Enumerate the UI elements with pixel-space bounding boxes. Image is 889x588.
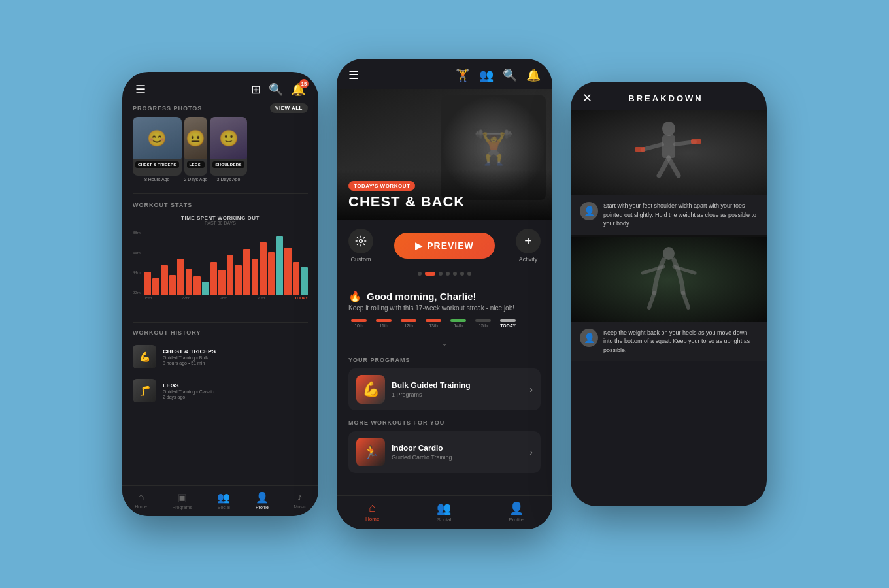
chart-x-labels: 15th 22nd 28th 30th TODAY bbox=[144, 295, 308, 301]
scene: ☰ ⊞ 🔍 🔔 15 PROGRESS PHOTOS VIEW ALL 😊 CH… bbox=[122, 59, 767, 529]
x-label-28th: 28th bbox=[220, 296, 228, 300]
photo-time-3: 3 Days Ago bbox=[210, 176, 246, 183]
custom-action[interactable]: Custom bbox=[348, 229, 373, 263]
nav-profile[interactable]: 👤 Profile bbox=[256, 491, 269, 510]
notification-icon[interactable]: 🔔 15 bbox=[291, 82, 305, 97]
view-all-button[interactable]: VIEW ALL bbox=[270, 103, 308, 113]
p2-social-icon: 👥 bbox=[437, 501, 451, 515]
activity-label: Activity bbox=[519, 256, 538, 263]
streak-label-10th: 10th bbox=[354, 323, 363, 328]
svg-point-1 bbox=[662, 122, 675, 136]
photo-card-2[interactable]: 😐 LEGS 2 Days Ago bbox=[184, 117, 208, 183]
history-info-1: CHEST & TRICEPS Guided Training • Bulk 8… bbox=[163, 348, 308, 365]
nav-home[interactable]: ⌂ Home bbox=[135, 491, 147, 510]
p2-people-icon[interactable]: 👥 bbox=[479, 68, 494, 82]
chart-bars bbox=[144, 229, 308, 295]
photo-card-1[interactable]: 😊 CHEST & TRICEPS 8 Hours Ago bbox=[133, 117, 182, 183]
breakdown-figure-1 bbox=[571, 110, 767, 195]
play-icon: ▶ bbox=[415, 240, 423, 251]
p2-menu-icon[interactable]: ☰ bbox=[348, 68, 359, 82]
svg-point-0 bbox=[360, 240, 363, 243]
nav-music[interactable]: ♪ Music bbox=[294, 491, 305, 510]
workout-history-section: WORKOUT HISTORY 💪 CHEST & TRICEPS Guided… bbox=[122, 325, 318, 412]
dot-2[interactable] bbox=[425, 272, 435, 276]
p2-barbell-icon[interactable]: 🏋 bbox=[456, 68, 470, 82]
p2-home-label: Home bbox=[365, 516, 379, 522]
more-title: MORE WORKOUTS FOR YOU bbox=[348, 419, 541, 426]
plus-icon: + bbox=[524, 234, 532, 249]
chevron-down[interactable]: ⌄ bbox=[337, 336, 552, 353]
progress-photos-header: PROGRESS PHOTOS VIEW ALL bbox=[122, 103, 318, 117]
menu-icon[interactable]: ☰ bbox=[135, 82, 146, 97]
dot-3[interactable] bbox=[439, 272, 443, 276]
more-info: Indoor Cardio Guided Cardio Training bbox=[392, 444, 523, 461]
p2-profile-label: Profile bbox=[509, 517, 524, 523]
p2-nav-profile[interactable]: 👤 Profile bbox=[509, 501, 524, 523]
greeting-section: 🔥 Good morning, Charlie! Keep it rolling… bbox=[337, 284, 552, 336]
y-label-88: 88m bbox=[133, 231, 141, 235]
breakdown-desc-1: Start with your feet shoulder width apar… bbox=[603, 202, 758, 229]
history-item-1[interactable]: 💪 CHEST & TRICEPS Guided Training • Bulk… bbox=[122, 340, 318, 374]
chart-area: TIME SPENT WORKING OUT PAST 30 DAYS 88m … bbox=[122, 212, 318, 317]
p2-search-icon[interactable]: 🔍 bbox=[503, 68, 517, 82]
svg-line-10 bbox=[649, 293, 654, 308]
streak-14th: 14th bbox=[448, 319, 469, 328]
history-item-2[interactable]: 🦵 LEGS Guided Training • Classic 2 days … bbox=[122, 374, 318, 408]
p2-nav-home[interactable]: ⌂ Home bbox=[365, 501, 379, 523]
streak-12th: 12th bbox=[398, 319, 419, 328]
close-button[interactable]: ✕ bbox=[582, 91, 592, 105]
p2-nav-social[interactable]: 👥 Social bbox=[437, 501, 451, 523]
streak-bar-13th bbox=[426, 319, 441, 322]
y-label-66: 66m bbox=[133, 251, 141, 255]
programs-icon: ▣ bbox=[177, 491, 187, 504]
dot-5[interactable] bbox=[453, 272, 457, 276]
more-card[interactable]: 🏃 Indoor Cardio Guided Cardio Training › bbox=[348, 431, 541, 473]
dot-6[interactable] bbox=[460, 272, 464, 276]
more-sub: Guided Cardio Training bbox=[392, 454, 523, 461]
program-card[interactable]: 💪 Bulk Guided Training 1 Programs › bbox=[348, 368, 541, 410]
search-icon[interactable]: 🔍 bbox=[269, 82, 283, 97]
p2-bell-icon[interactable]: 🔔 bbox=[526, 68, 541, 82]
nav-programs[interactable]: ▣ Programs bbox=[172, 491, 192, 510]
p1-header: ☰ ⊞ 🔍 🔔 15 bbox=[122, 72, 318, 103]
p3-section-1: 👤 Start with your feet shoulder width ap… bbox=[571, 110, 767, 235]
dot-4[interactable] bbox=[446, 272, 450, 276]
phone-3: ✕ BREAKDOWN bbox=[571, 82, 767, 506]
programs-title: YOUR PROGRAMS bbox=[348, 357, 541, 363]
history-meta-1: 8 hours ago • 51 min bbox=[163, 361, 308, 365]
nav-profile-label: Profile bbox=[256, 505, 269, 510]
dot-1[interactable] bbox=[418, 272, 422, 276]
activity-icon-circle: + bbox=[516, 229, 541, 253]
streak-label-14th: 14th bbox=[454, 323, 463, 328]
nav-home-label: Home bbox=[135, 504, 147, 509]
dot-7[interactable] bbox=[467, 272, 471, 276]
streak-15th: 15th bbox=[473, 319, 494, 328]
music-icon: ♪ bbox=[297, 491, 303, 503]
streak-label-today: TODAY bbox=[500, 323, 516, 328]
streak-label-12th: 12th bbox=[404, 323, 413, 328]
streak-bar-10th bbox=[351, 319, 367, 322]
breakdown-text-1: 👤 Start with your feet shoulder width ap… bbox=[571, 195, 767, 235]
breakdown-avatar-2: 👤 bbox=[580, 329, 598, 347]
photo-label-3: SHOULDERS bbox=[212, 161, 244, 168]
svg-rect-7 bbox=[635, 147, 645, 152]
photo-card-3[interactable]: 🙂 SHOULDERS 3 Days Ago bbox=[210, 117, 246, 183]
breakdown-avatar-1: 👤 bbox=[580, 202, 598, 220]
svg-line-4 bbox=[669, 158, 679, 176]
greeting-subtitle: Keep it rolling with this 17-week workou… bbox=[348, 304, 541, 313]
y-label-22: 22m bbox=[133, 291, 141, 295]
p1-header-icons: ⊞ 🔍 🔔 15 bbox=[251, 82, 305, 97]
nav-social[interactable]: 👥 Social bbox=[217, 491, 230, 510]
preview-button[interactable]: ▶ PREVIEW bbox=[394, 233, 495, 259]
more-thumb: 🏃 bbox=[356, 438, 385, 466]
y-label-44: 44m bbox=[133, 270, 141, 274]
activity-action[interactable]: + Activity bbox=[516, 229, 541, 263]
hero-overlay: TODAY'S WORKOUT CHEST & BACK bbox=[337, 169, 552, 220]
trainer-svg-1 bbox=[629, 117, 708, 189]
p2-home-icon: ⌂ bbox=[369, 501, 376, 515]
streak-label-11th: 11th bbox=[379, 323, 388, 328]
screen-icon[interactable]: ⊞ bbox=[251, 82, 261, 97]
more-name: Indoor Cardio bbox=[392, 444, 523, 453]
progress-photos-label: PROGRESS PHOTOS bbox=[133, 105, 202, 112]
streak-13th: 13th bbox=[423, 319, 444, 328]
